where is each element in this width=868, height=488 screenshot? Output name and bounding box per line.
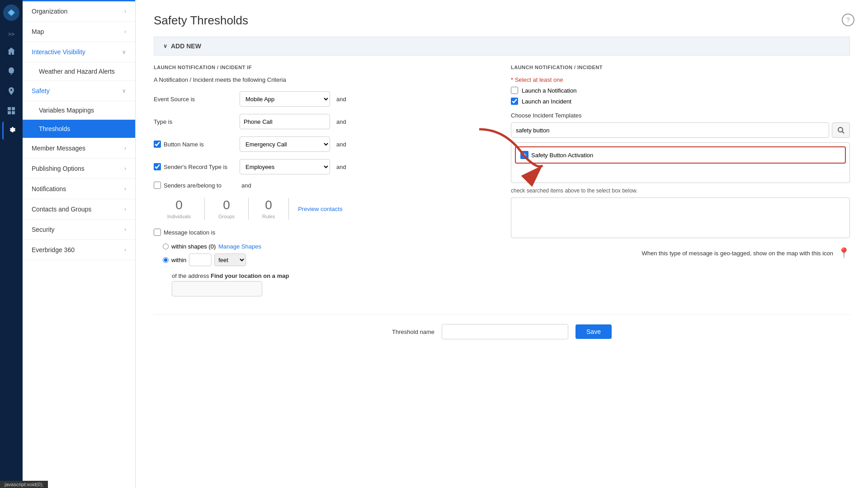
criteria-description: A Notification / Incident meets the foll…: [154, 76, 493, 83]
message-location-checkbox-label[interactable]: Message location is: [154, 229, 215, 236]
button-name-checkbox[interactable]: [154, 141, 161, 148]
chevron-right-icon: ›: [124, 247, 126, 253]
individuals-stat: 0 Individuals: [154, 198, 205, 220]
template-search-button[interactable]: [832, 122, 850, 138]
distance-unit-select[interactable]: feet meters miles km: [214, 253, 246, 266]
app-logo: [3, 5, 19, 22]
and-label-2: and: [336, 118, 346, 125]
location-nav-btn[interactable]: [2, 82, 20, 100]
alert-nav-btn[interactable]: [2, 62, 20, 80]
nav-item-member-messages[interactable]: Member Messages ›: [23, 138, 135, 159]
senders-belong-checkbox-label[interactable]: Senders are/belong to: [154, 182, 235, 189]
plus-icon: +: [520, 151, 528, 159]
threshold-name-row: Threshold name Save: [154, 314, 850, 339]
check-note: check searched items above to the select…: [511, 188, 850, 194]
nav-item-safety[interactable]: Safety ∨: [23, 81, 135, 101]
nav-item-notifications[interactable]: Notifications ›: [23, 179, 135, 199]
launch-incident-option: Launch an Incident: [511, 98, 850, 105]
nav-item-interactive-visibility[interactable]: Interactive Visibility ∨: [23, 42, 135, 62]
senders-belong-checkbox[interactable]: [154, 182, 161, 189]
nav-item-security[interactable]: Security ›: [23, 220, 135, 240]
right-column: LAUNCH NOTIFICATION / INCIDENT * Select …: [511, 65, 850, 296]
within-feet-radio[interactable]: [163, 257, 169, 263]
svg-rect-1: [8, 107, 11, 110]
type-label: Type is: [154, 118, 235, 125]
page-title: Safety Thresholds: [154, 14, 850, 28]
within-shapes-radio[interactable]: [163, 244, 169, 249]
launch-notification-checkbox[interactable]: [511, 87, 518, 94]
sidebar-collapse-btn[interactable]: >>: [0, 28, 23, 40]
button-name-checkbox-label[interactable]: Button Name is: [154, 141, 235, 148]
event-source-select[interactable]: Mobile App API Email: [240, 91, 330, 107]
nav-item-contacts-groups[interactable]: Contacts and Groups ›: [23, 199, 135, 220]
nav-sub-variables-mappings[interactable]: Variables Mappings: [23, 101, 135, 120]
help-icon[interactable]: ?: [842, 14, 854, 26]
svg-rect-3: [8, 111, 11, 114]
rules-stat: 0 Rules: [249, 198, 289, 220]
event-source-row: Event Source is Mobile App API Email and: [154, 91, 493, 107]
launch-options: * Select at least one Launch a Notificat…: [511, 76, 850, 105]
button-name-select[interactable]: Emergency Call Safety Button Custom: [240, 136, 330, 152]
template-search-row: [511, 122, 850, 138]
chevron-down-icon: ∨: [163, 43, 167, 49]
nav-item-organization[interactable]: Organization ›: [23, 1, 135, 22]
save-button[interactable]: Save: [576, 324, 612, 339]
chevron-down-icon: ∨: [122, 49, 126, 55]
left-column: LAUNCH NOTIFICATION / INCIDENT IF A Noti…: [154, 65, 493, 296]
and-label-5: and: [241, 182, 251, 189]
map-icon-row: When this type of message is geo-tagged,…: [511, 247, 850, 259]
address-section: of the address Find your location on a m…: [172, 272, 493, 296]
sender-record-row: Sender's Record Type is Employees Member…: [154, 159, 493, 174]
settings-nav-btn[interactable]: [2, 122, 20, 140]
svg-rect-2: [12, 107, 15, 110]
sender-record-checkbox[interactable]: [154, 163, 161, 170]
add-new-bar[interactable]: ∨ ADD NEW: [154, 37, 850, 56]
chevron-right-icon: ›: [124, 226, 126, 233]
nav-item-map[interactable]: Map ›: [23, 22, 135, 42]
address-input[interactable]: [172, 281, 262, 296]
chevron-down-icon: ∨: [122, 88, 126, 94]
stats-row: 0 Individuals 0 Groups 0 Rules Preview c…: [154, 198, 493, 220]
map-pin-icon: 📍: [838, 247, 850, 259]
threshold-name-label: Threshold name: [392, 328, 434, 335]
chevron-right-icon: ›: [124, 186, 126, 192]
launch-incident-checkbox[interactable]: [511, 98, 518, 105]
launch-notification-option: Launch a Notification: [511, 87, 850, 94]
incident-templates-label: Choose Incident Templates: [511, 112, 850, 119]
chevron-right-icon: ›: [124, 28, 126, 35]
manage-shapes-link[interactable]: Manage Shapes: [218, 243, 261, 250]
left-nav: Organization › Map › Interactive Visibil…: [23, 0, 136, 488]
template-result-item[interactable]: + Safety Button Activation: [515, 146, 846, 164]
chevron-right-icon: ›: [124, 8, 126, 14]
selected-templates-box: [511, 197, 850, 238]
home-nav-btn[interactable]: [2, 42, 20, 60]
and-label-3: and: [336, 141, 346, 148]
within-feet-row: within feet meters miles km: [163, 253, 493, 266]
nav-sub-weather-hazard[interactable]: Weather and Hazard Alerts: [23, 62, 135, 81]
message-location-checkbox[interactable]: [154, 229, 161, 236]
and-label-4: and: [336, 164, 346, 170]
location-options: within shapes (0) Manage Shapes within f…: [163, 243, 493, 296]
type-input[interactable]: [240, 114, 330, 129]
message-location-row: Message location is: [154, 229, 493, 236]
chevron-right-icon: ›: [124, 206, 126, 212]
svg-line-6: [842, 131, 844, 133]
within-distance-input[interactable]: [189, 253, 212, 266]
sender-record-checkbox-label[interactable]: Sender's Record Type is: [154, 163, 235, 170]
threshold-name-input[interactable]: [442, 324, 568, 339]
chevron-right-icon: ›: [124, 165, 126, 172]
status-bar: javascript:void(0);: [0, 481, 48, 488]
nav-item-publishing-options[interactable]: Publishing Options ›: [23, 159, 135, 179]
sidebar-icons: >>: [0, 0, 23, 488]
template-search-input[interactable]: [511, 122, 829, 138]
template-results-box: + Safety Button Activation: [511, 142, 850, 183]
sender-record-select[interactable]: Employees Members Contacts: [240, 159, 330, 174]
grid-nav-btn[interactable]: [2, 102, 20, 120]
nav-sub-thresholds[interactable]: Thresholds: [23, 120, 135, 138]
nav-item-everbridge-360[interactable]: Everbridge 360 ›: [23, 240, 135, 260]
left-section-header: LAUNCH NOTIFICATION / INCIDENT IF: [154, 65, 493, 70]
senders-belong-row: Senders are/belong to and: [154, 182, 493, 189]
preview-contacts-link[interactable]: Preview contacts: [298, 206, 342, 212]
button-name-row: Button Name is Emergency Call Safety But…: [154, 136, 493, 152]
chevron-right-icon: ›: [124, 145, 126, 151]
